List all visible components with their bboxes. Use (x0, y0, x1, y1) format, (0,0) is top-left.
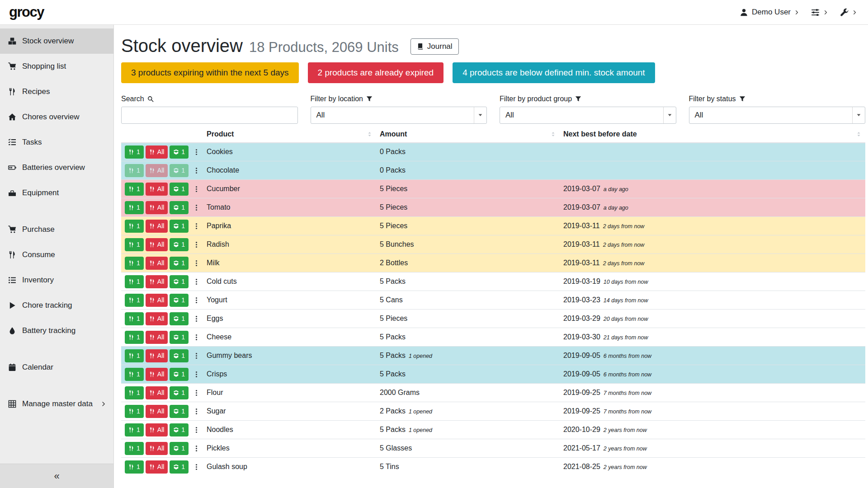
open-one-button[interactable]: 1 (170, 423, 189, 436)
consume-all-button[interactable]: All (146, 349, 168, 362)
column-amount[interactable]: Amount (376, 128, 560, 143)
sidebar-item[interactable]: Equipment (0, 180, 113, 206)
consume-all-button[interactable]: All (146, 368, 168, 381)
consume-all-button[interactable]: All (146, 442, 168, 455)
open-one-button[interactable]: 1 (170, 220, 189, 233)
consume-one-button[interactable]: 1 (125, 183, 144, 196)
row-menu-button[interactable] (193, 368, 200, 381)
row-menu-button[interactable] (193, 460, 200, 474)
sidebar-item[interactable]: Tasks (0, 130, 113, 155)
consume-all-button[interactable]: All (146, 331, 168, 344)
consume-all-button[interactable]: All (146, 423, 168, 436)
sidebar-item[interactable]: Recipes (0, 79, 113, 104)
user-menu[interactable]: Demo User (740, 8, 799, 17)
consume-one-button[interactable]: 1 (125, 294, 144, 307)
sidebar-item[interactable]: Battery tracking (0, 318, 113, 343)
consume-all-button[interactable]: All (146, 238, 168, 251)
consume-one-button[interactable]: 1 (125, 201, 144, 214)
consume-all-button[interactable]: All (146, 183, 168, 196)
status-banner[interactable]: 3 products expiring within the next 5 da… (121, 62, 299, 83)
consume-all-button[interactable]: All (146, 294, 168, 307)
sidebar-item[interactable]: Stock overview (0, 28, 113, 54)
consume-one-button[interactable]: 1 (125, 220, 144, 233)
consume-one-button[interactable]: 1 (125, 312, 144, 325)
consume-one-button[interactable]: 1 (125, 405, 144, 418)
row-menu-button[interactable] (193, 442, 200, 455)
row-menu-button[interactable] (193, 294, 200, 307)
row-menu-button[interactable] (193, 164, 200, 177)
row-menu-button[interactable] (193, 312, 200, 325)
column-product[interactable]: Product (203, 128, 376, 143)
column-best-before-date[interactable]: Next best before date (560, 128, 865, 143)
product-group-select[interactable]: All (500, 107, 676, 124)
row-menu-button[interactable] (193, 220, 200, 233)
open-one-button[interactable]: 1 (170, 183, 189, 196)
row-menu-button[interactable] (193, 405, 200, 418)
row-menu-button[interactable] (193, 423, 200, 436)
consume-one-button[interactable]: 1 (125, 145, 144, 159)
open-one-button[interactable]: 1 (170, 238, 189, 251)
open-one-button[interactable]: 1 (170, 331, 189, 344)
consume-all-button[interactable]: All (146, 145, 168, 159)
consume-one-button[interactable]: 1 (125, 442, 144, 455)
open-one-button[interactable]: 1 (170, 460, 189, 474)
open-one-button[interactable]: 1 (170, 349, 189, 362)
consume-one-button[interactable]: 1 (125, 386, 144, 399)
consume-all-button[interactable]: All (146, 460, 168, 474)
consume-one-button[interactable]: 1 (125, 423, 144, 436)
consume-one-button[interactable]: 1 (125, 238, 144, 251)
consume-one-button[interactable]: 1 (125, 331, 144, 344)
consume-all-button[interactable]: All (146, 164, 168, 177)
row-menu-button[interactable] (193, 183, 200, 196)
open-one-button[interactable]: 1 (170, 257, 189, 270)
open-one-button[interactable]: 1 (170, 294, 189, 307)
sidebar-item[interactable]: Shopping list (0, 54, 113, 79)
row-menu-button[interactable] (193, 386, 200, 399)
open-one-button[interactable]: 1 (170, 312, 189, 325)
status-select[interactable]: All (689, 107, 866, 124)
status-banner[interactable]: 4 products are below defined min. stock … (453, 62, 655, 83)
consume-all-button[interactable]: All (146, 257, 168, 270)
open-one-button[interactable]: 1 (170, 442, 189, 455)
app-logo[interactable]: grocy (9, 4, 44, 20)
open-one-button[interactable]: 1 (170, 275, 189, 288)
consume-one-button[interactable]: 1 (125, 460, 144, 474)
consume-all-button[interactable]: All (146, 386, 168, 399)
consume-all-button[interactable]: All (146, 312, 168, 325)
open-one-button[interactable]: 1 (170, 145, 189, 159)
sidebar-item[interactable]: Inventory (0, 267, 113, 293)
row-menu-button[interactable] (193, 349, 200, 362)
consume-one-button[interactable]: 1 (125, 275, 144, 288)
row-menu-button[interactable] (193, 145, 200, 159)
open-one-button[interactable]: 1 (170, 368, 189, 381)
consume-one-button[interactable]: 1 (125, 257, 144, 270)
open-one-button[interactable]: 1 (170, 164, 189, 177)
sidebar-collapse-button[interactable]: « (0, 464, 113, 488)
consume-all-button[interactable]: All (146, 220, 168, 233)
open-one-button[interactable]: 1 (170, 386, 189, 399)
sidebar-item[interactable]: Consume (0, 242, 113, 267)
status-banner[interactable]: 2 products are already expired (308, 62, 444, 83)
open-one-button[interactable]: 1 (170, 405, 189, 418)
row-menu-button[interactable] (193, 201, 200, 214)
consume-one-button[interactable]: 1 (125, 368, 144, 381)
consume-all-button[interactable]: All (146, 275, 168, 288)
sidebar-item[interactable]: Chores overview (0, 104, 113, 130)
sidebar-item[interactable]: Calendar (0, 355, 113, 380)
admin-menu[interactable] (840, 8, 857, 17)
row-menu-button[interactable] (193, 257, 200, 270)
consume-one-button[interactable]: 1 (125, 164, 144, 177)
settings-menu[interactable] (811, 8, 828, 17)
sidebar-item[interactable]: Batteries overview (0, 155, 113, 180)
journal-button[interactable]: Journal (410, 38, 459, 55)
search-input[interactable] (121, 107, 298, 124)
row-menu-button[interactable] (193, 331, 200, 344)
sidebar-item[interactable]: Chore tracking (0, 293, 113, 318)
row-menu-button[interactable] (193, 275, 200, 288)
row-menu-button[interactable] (193, 238, 200, 251)
location-select[interactable]: All (311, 107, 487, 124)
sidebar-item[interactable]: Purchase (0, 217, 113, 242)
sidebar-item[interactable]: Manage master data (0, 391, 113, 417)
consume-all-button[interactable]: All (146, 201, 168, 214)
consume-all-button[interactable]: All (146, 405, 168, 418)
